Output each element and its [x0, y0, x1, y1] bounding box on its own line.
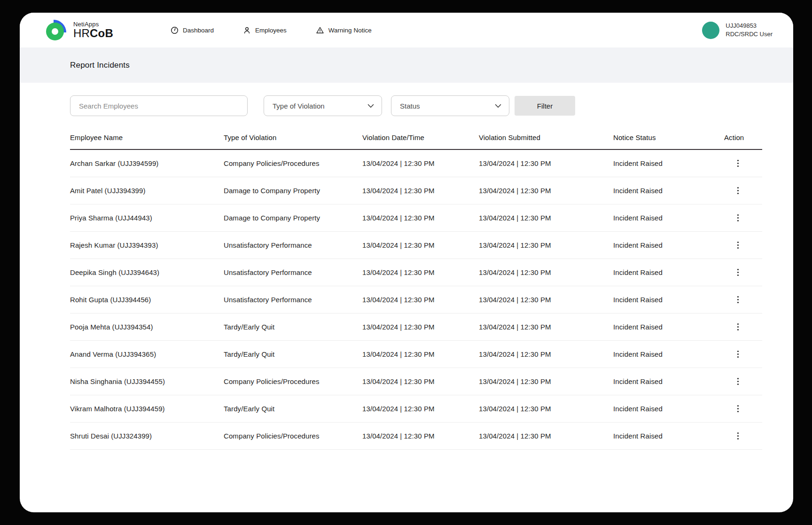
table-row: Nisha Singhania (UJJ394455) Company Poli…	[70, 368, 762, 395]
table-row: Deepika Singh (UJJ394643) Unsatisfactory…	[70, 259, 762, 286]
search-input[interactable]	[70, 95, 248, 116]
row-actions-kebab-icon[interactable]	[732, 266, 744, 279]
cell-violation-datetime: 13/04/2024 | 12:30 PM	[362, 296, 479, 304]
table-header-row: Employee Name Type of Violation Violatio…	[70, 116, 762, 150]
cell-notice-status: Incident Raised	[613, 296, 724, 304]
cell-violation-submitted: 13/04/2024 | 12:30 PM	[479, 268, 613, 276]
brand-product: HRCoB	[73, 27, 113, 39]
row-actions-kebab-icon[interactable]	[732, 157, 744, 170]
column-header-action: Action	[724, 133, 762, 149]
cell-violation-datetime: 13/04/2024 | 12:30 PM	[362, 350, 479, 358]
table-row: Rajesh Kumar (UJJ394393) Unsatisfactory …	[70, 232, 762, 259]
filter-row: Type of Violation Status Filter	[70, 95, 762, 116]
row-actions-kebab-icon[interactable]	[732, 185, 744, 197]
cell-employee-name: Archan Sarkar (UJJ394599)	[70, 159, 224, 167]
cell-violation-type: Company Policies/Procedures	[224, 377, 362, 385]
status-dropdown-label: Status	[400, 102, 420, 110]
cell-violation-submitted: 13/04/2024 | 12:30 PM	[479, 296, 613, 304]
user-role: RDC/SRDC User	[726, 30, 773, 39]
cell-notice-status: Incident Raised	[613, 350, 724, 358]
dashboard-icon	[171, 26, 179, 34]
cell-notice-status: Incident Raised	[613, 268, 724, 276]
table-row: Priya Sharma (UJJ44943) Damage to Compan…	[70, 204, 762, 232]
brand-product-hr: HR	[73, 27, 90, 39]
row-actions-kebab-icon[interactable]	[732, 212, 744, 224]
brand-company: NetiApps	[73, 21, 113, 28]
nav-label-warning-notice: Warning Notice	[328, 27, 372, 34]
user-avatar[interactable]	[702, 22, 719, 39]
nav-item-employees[interactable]: Employees	[243, 26, 287, 34]
cell-notice-status: Incident Raised	[613, 405, 724, 413]
row-actions-kebab-icon[interactable]	[732, 348, 744, 360]
cell-notice-status: Incident Raised	[613, 377, 724, 385]
table-row: Archan Sarkar (UJJ394599) Company Polici…	[70, 150, 762, 177]
cell-violation-submitted: 13/04/2024 | 12:30 PM	[479, 187, 613, 195]
table-row: Rohit Gupta (UJJ394456) Unsatisfactory P…	[70, 286, 762, 313]
cell-violation-type: Damage to Company Property	[224, 214, 362, 222]
nav-item-dashboard[interactable]: Dashboard	[171, 26, 214, 34]
cell-employee-name: Rajesh Kumar (UJJ394393)	[70, 241, 224, 249]
cell-violation-datetime: 13/04/2024 | 12:30 PM	[362, 405, 479, 413]
cell-employee-name: Deepika Singh (UJJ394643)	[70, 268, 224, 276]
nav-item-warning-notice[interactable]: Warning Notice	[316, 26, 372, 34]
brand-product-cob: CoB	[90, 27, 113, 39]
cell-violation-submitted: 13/04/2024 | 12:30 PM	[479, 377, 613, 385]
cell-violation-datetime: 13/04/2024 | 12:30 PM	[362, 159, 479, 167]
cell-violation-datetime: 13/04/2024 | 12:30 PM	[362, 323, 479, 331]
cell-notice-status: Incident Raised	[613, 432, 724, 440]
cell-employee-name: Anand Verma (UJJ394365)	[70, 350, 224, 358]
filter-button[interactable]: Filter	[515, 96, 575, 116]
column-header-violation-submitted: Violation Submitted	[479, 133, 613, 149]
table-row: Pooja Mehta (UJJ394354) Tardy/Early Quit…	[70, 313, 762, 341]
violation-type-dropdown[interactable]: Type of Violation	[264, 95, 382, 116]
cell-violation-datetime: 13/04/2024 | 12:30 PM	[362, 432, 479, 440]
logo-green-ring	[46, 23, 64, 40]
cell-violation-type: Tardy/Early Quit	[224, 405, 362, 413]
table-row: Vikram Malhotra (UJJ394459) Tardy/Early …	[70, 395, 762, 423]
incidents-table: Employee Name Type of Violation Violatio…	[70, 116, 762, 450]
cell-employee-name: Rohit Gupta (UJJ394456)	[70, 296, 224, 304]
cell-violation-submitted: 13/04/2024 | 12:30 PM	[479, 241, 613, 249]
row-actions-kebab-icon[interactable]	[732, 321, 744, 333]
cell-violation-type: Unsatisfactory Performance	[224, 296, 362, 304]
user-meta: UJJ049853 RDC/SRDC User	[726, 22, 773, 39]
cell-violation-type: Damage to Company Property	[224, 187, 362, 195]
cell-violation-submitted: 13/04/2024 | 12:30 PM	[479, 405, 613, 413]
cell-violation-submitted: 13/04/2024 | 12:30 PM	[479, 350, 613, 358]
user-id: UJJ049853	[726, 22, 773, 30]
brand-logo-icon	[46, 19, 69, 41]
cell-violation-type: Tardy/Early Quit	[224, 350, 362, 358]
cell-violation-type: Unsatisfactory Performance	[224, 241, 362, 249]
app-header: NetiApps HRCoB Dashboard	[20, 13, 793, 47]
row-actions-kebab-icon[interactable]	[732, 376, 744, 388]
status-dropdown[interactable]: Status	[391, 95, 509, 116]
cell-violation-type: Company Policies/Procedures	[224, 432, 362, 440]
cell-violation-type: Tardy/Early Quit	[224, 323, 362, 331]
cell-violation-submitted: 13/04/2024 | 12:30 PM	[479, 323, 613, 331]
chevron-down-icon	[367, 102, 374, 110]
title-band: Report Incidents	[20, 47, 793, 83]
user-block[interactable]: UJJ049853 RDC/SRDC User	[702, 22, 773, 39]
row-actions-kebab-icon[interactable]	[732, 239, 744, 251]
cell-violation-datetime: 13/04/2024 | 12:30 PM	[362, 268, 479, 276]
cell-violation-submitted: 13/04/2024 | 12:30 PM	[479, 159, 613, 167]
column-header-employee-name: Employee Name	[70, 133, 224, 149]
brand-logo-text: NetiApps HRCoB	[73, 21, 113, 39]
chevron-down-icon	[495, 102, 501, 110]
row-actions-kebab-icon[interactable]	[732, 294, 744, 306]
brand-logo: NetiApps HRCoB	[46, 19, 113, 41]
employees-icon	[243, 26, 251, 34]
row-actions-kebab-icon[interactable]	[732, 430, 744, 442]
column-header-notice-status: Notice Status	[613, 133, 724, 149]
cell-notice-status: Incident Raised	[613, 241, 724, 249]
nav-label-dashboard: Dashboard	[183, 27, 214, 34]
column-header-violation-type: Type of Violation	[224, 133, 362, 149]
cell-notice-status: Incident Raised	[613, 214, 724, 222]
cell-employee-name: Vikram Malhotra (UJJ394459)	[70, 405, 224, 413]
main-content: Type of Violation Status Filter Employee…	[20, 83, 793, 450]
cell-violation-datetime: 13/04/2024 | 12:30 PM	[362, 214, 479, 222]
main-nav: Dashboard Employees	[171, 26, 372, 34]
cell-violation-type: Unsatisfactory Performance	[224, 268, 362, 276]
warning-triangle-icon	[316, 26, 324, 34]
row-actions-kebab-icon[interactable]	[732, 403, 744, 415]
